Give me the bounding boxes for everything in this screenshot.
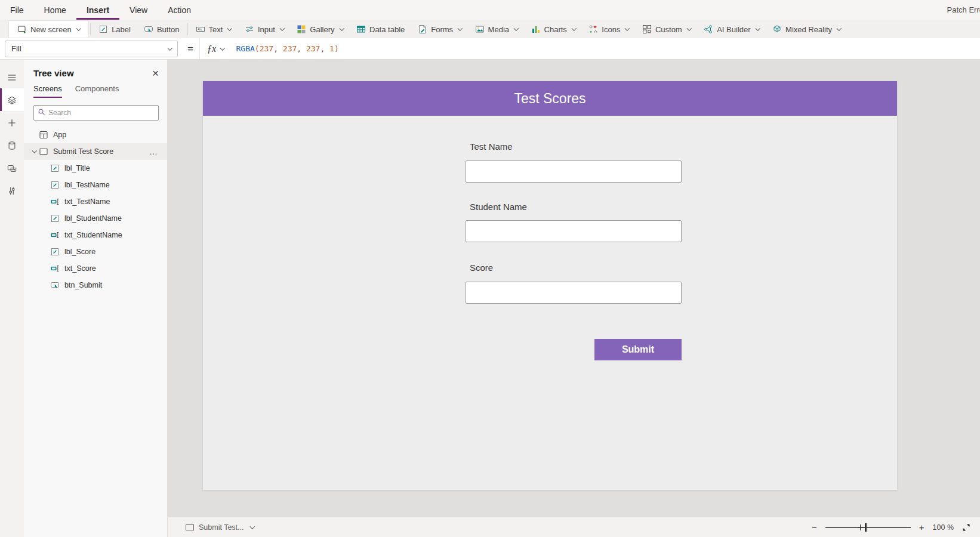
app-name: Patch Erro bbox=[947, 5, 980, 14]
tree-item-txt-testname[interactable]: txt_TestName bbox=[24, 193, 167, 210]
tab-components[interactable]: Components bbox=[75, 84, 119, 98]
menu-file[interactable]: File bbox=[0, 0, 34, 20]
button-icon bbox=[144, 24, 153, 34]
tree-item-lbl-studentname[interactable]: lbl_StudentName bbox=[24, 210, 167, 227]
submit-button[interactable]: Submit bbox=[594, 339, 682, 360]
label-icon bbox=[98, 24, 108, 34]
tree-item-txt-studentname[interactable]: txt_StudentName bbox=[24, 227, 167, 243]
zoom-slider-thumb[interactable] bbox=[865, 523, 867, 532]
status-bar: Submit Test... − + 100 % bbox=[168, 517, 980, 537]
screen-title-bar[interactable]: Test Scores bbox=[203, 81, 897, 116]
button-icon bbox=[50, 280, 60, 290]
student-name-label[interactable]: Student Name bbox=[470, 202, 527, 212]
screen-icon bbox=[186, 524, 194, 530]
chevron-slot[interactable] bbox=[29, 150, 39, 153]
tree-item-label: lbl_TestName bbox=[64, 181, 110, 189]
zoom-in-button[interactable]: + bbox=[919, 522, 924, 532]
fx-icon: ƒx bbox=[207, 44, 216, 54]
rail-menu-button[interactable] bbox=[0, 66, 24, 88]
formula-paren: ) bbox=[334, 44, 339, 53]
input-icon bbox=[245, 24, 254, 34]
new-screen-icon bbox=[17, 24, 27, 34]
ribbon-ai-builder-label: AI Builder bbox=[717, 25, 750, 34]
custom-icon bbox=[642, 24, 652, 34]
ribbon-ai-builder-dropdown[interactable]: AI Builder bbox=[697, 20, 766, 38]
zoom-level: 100 % bbox=[933, 523, 954, 532]
test-name-input[interactable] bbox=[466, 161, 682, 183]
tree-item-txt-score[interactable]: txt_Score bbox=[24, 260, 167, 277]
data-table-icon bbox=[356, 24, 366, 34]
fx-dropdown[interactable]: ƒx bbox=[199, 38, 232, 59]
rail-media-button[interactable] bbox=[0, 156, 24, 179]
score-label[interactable]: Score bbox=[470, 263, 493, 273]
label-icon bbox=[50, 214, 60, 223]
screen-icon bbox=[39, 147, 48, 156]
tree-item-btn-submit[interactable]: btn_Submit bbox=[24, 277, 167, 294]
rail-tree-view-button[interactable] bbox=[0, 88, 24, 111]
menu-view[interactable]: View bbox=[119, 0, 158, 20]
fit-to-window-icon[interactable] bbox=[962, 523, 970, 532]
zoom-out-button[interactable]: − bbox=[812, 522, 817, 532]
rail-insert-button[interactable] bbox=[0, 111, 24, 134]
score-input[interactable] bbox=[466, 282, 682, 304]
tree-view-header: Tree view × bbox=[24, 60, 167, 81]
canvas-workspace: Test Scores Test Name Student Name Score… bbox=[168, 60, 980, 517]
ribbon-button-button[interactable]: Button bbox=[137, 20, 186, 38]
tree-item-label: btn_Submit bbox=[64, 281, 102, 289]
media-panel-icon bbox=[7, 163, 17, 172]
ribbon-media-dropdown[interactable]: Media bbox=[469, 20, 525, 38]
menu-home[interactable]: Home bbox=[34, 0, 76, 20]
property-dropdown[interactable]: Fill bbox=[5, 41, 178, 57]
menu-action[interactable]: Action bbox=[158, 0, 201, 20]
student-name-input[interactable] bbox=[466, 220, 682, 242]
label-icon bbox=[50, 180, 60, 190]
ribbon-data-table-button[interactable]: Data table bbox=[350, 20, 411, 38]
tree-item-label: lbl_Score bbox=[64, 248, 95, 256]
zoom-slider[interactable] bbox=[825, 527, 911, 528]
close-icon[interactable]: × bbox=[152, 69, 159, 78]
ribbon-gallery-dropdown[interactable]: Gallery bbox=[290, 20, 350, 38]
tree-item-lbl-title[interactable]: lbl_Title bbox=[24, 160, 167, 177]
media-icon bbox=[475, 24, 485, 34]
menu-insert[interactable]: Insert bbox=[76, 0, 119, 20]
ribbon-separator bbox=[90, 23, 91, 35]
ribbon-icons-dropdown[interactable]: Icons bbox=[582, 20, 636, 38]
formula-input[interactable]: RGBA(237, 237, 237, 1) bbox=[236, 44, 339, 53]
tree-item-lbl-testname[interactable]: lbl_TestName bbox=[24, 177, 167, 193]
new-screen-button[interactable]: New screen bbox=[8, 20, 89, 38]
tree-item-label: txt_StudentName bbox=[64, 231, 122, 239]
plus-icon bbox=[7, 118, 17, 127]
search-icon bbox=[38, 107, 45, 118]
ribbon-input-dropdown[interactable]: Input bbox=[238, 20, 290, 38]
chevron-down-icon bbox=[755, 26, 760, 31]
tree-item-app[interactable]: App bbox=[24, 126, 167, 143]
tree-item-lbl-score[interactable]: lbl_Score bbox=[24, 243, 167, 260]
ribbon-forms-label: Forms bbox=[431, 25, 453, 34]
main-area: Tree view × Screens Components App bbox=[0, 60, 980, 537]
text-input-icon bbox=[50, 230, 60, 240]
ribbon-mixed-reality-dropdown[interactable]: Mixed Reality bbox=[766, 20, 848, 38]
tree-view-tabs: Screens Components bbox=[24, 81, 167, 98]
search-input[interactable] bbox=[48, 109, 155, 117]
ribbon-text-dropdown[interactable]: Abc Text bbox=[189, 20, 238, 38]
tree-item-label: App bbox=[53, 131, 66, 139]
chevron-down-icon bbox=[167, 45, 172, 50]
rail-data-button[interactable] bbox=[0, 134, 24, 156]
app-screen-canvas[interactable]: Test Scores Test Name Student Name Score… bbox=[203, 81, 897, 490]
ribbon-forms-dropdown[interactable]: Forms bbox=[411, 20, 468, 38]
tree-item-submit-test-score[interactable]: Submit Test Score … bbox=[24, 143, 167, 160]
screen-selector-dropdown[interactable]: Submit Test... bbox=[186, 523, 254, 532]
search-box[interactable] bbox=[33, 105, 159, 121]
ribbon-mixed-reality-label: Mixed Reality bbox=[785, 25, 832, 34]
ribbon-charts-dropdown[interactable]: Charts bbox=[525, 20, 583, 38]
new-screen-label: New screen bbox=[30, 25, 72, 34]
more-options-icon[interactable]: … bbox=[149, 147, 167, 156]
tree-item-label: txt_Score bbox=[64, 264, 96, 273]
test-name-label[interactable]: Test Name bbox=[470, 141, 513, 152]
variables-icon bbox=[7, 186, 17, 195]
ribbon-label-button[interactable]: Label bbox=[92, 20, 137, 38]
formula-comma: , bbox=[273, 44, 283, 53]
ribbon-custom-dropdown[interactable]: Custom bbox=[636, 20, 697, 38]
rail-variables-button[interactable] bbox=[0, 179, 24, 202]
tab-screens[interactable]: Screens bbox=[33, 84, 62, 98]
